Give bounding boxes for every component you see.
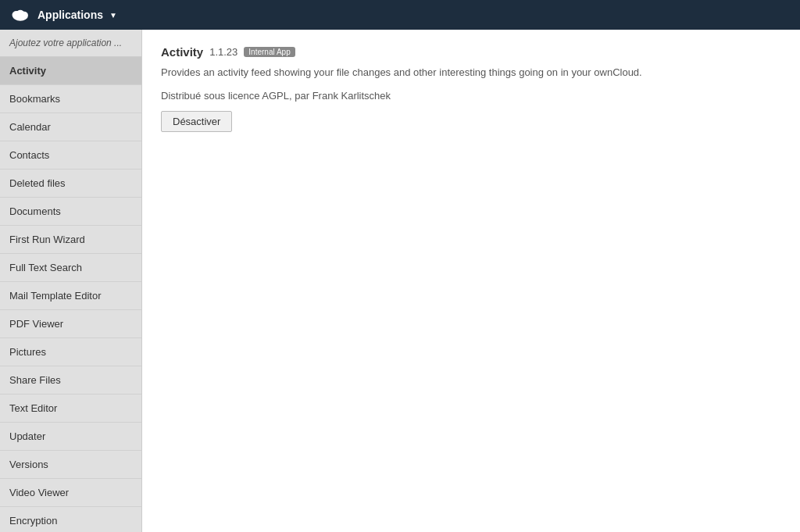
app-description: Provides an activity feed showing your f… [161, 65, 781, 80]
app-badge: Internal App [244, 47, 295, 57]
sidebar-item-documents[interactable]: Documents [0, 198, 141, 226]
sidebar-item-full-text-search[interactable]: Full Text Search [0, 254, 141, 282]
deactivate-button[interactable]: Désactiver [161, 111, 232, 132]
sidebar-item-activity[interactable]: Activity [0, 57, 141, 85]
sidebar-item-pictures[interactable]: Pictures [0, 338, 141, 366]
sidebar-item-versions[interactable]: Versions [0, 451, 141, 479]
main-content: Activity 1.1.23 Internal App Provides an… [142, 30, 800, 532]
add-app-item[interactable]: Ajoutez votre application ... [0, 30, 141, 57]
sidebar: Ajoutez votre application ... ActivityBo… [0, 30, 142, 532]
sidebar-item-contacts[interactable]: Contacts [0, 141, 141, 170]
topbar: Applications ▼ [0, 0, 800, 30]
app-title-label[interactable]: Applications [38, 9, 103, 21]
app-name: Activity [161, 45, 203, 59]
app-version: 1.1.23 [209, 46, 238, 58]
sidebar-item-first-run-wizard[interactable]: First Run Wizard [0, 226, 141, 254]
sidebar-item-text-editor[interactable]: Text Editor [0, 395, 141, 423]
sidebar-item-share-files[interactable]: Share Files [0, 366, 141, 395]
sidebar-item-pdf-viewer[interactable]: PDF Viewer [0, 310, 141, 338]
app-license: Distribué sous licence AGPL, par Frank K… [161, 90, 781, 102]
sidebar-item-calendar[interactable]: Calendar [0, 113, 141, 141]
sidebar-item-video-viewer[interactable]: Video Viewer [0, 479, 141, 507]
sidebar-item-mail-template-editor[interactable]: Mail Template Editor [0, 282, 141, 310]
sidebar-item-bookmarks[interactable]: Bookmarks [0, 85, 141, 113]
sidebar-item-deleted-files[interactable]: Deleted files [0, 170, 141, 198]
sidebar-item-updater[interactable]: Updater [0, 423, 141, 451]
app-header: Activity 1.1.23 Internal App [161, 45, 781, 59]
main-layout: Ajoutez votre application ... ActivityBo… [0, 30, 800, 532]
cloud-icon [9, 4, 31, 26]
sidebar-item-encryption[interactable]: Encryption [0, 507, 141, 532]
app-title-dropdown-arrow[interactable]: ▼ [109, 11, 117, 20]
svg-point-3 [16, 10, 24, 16]
